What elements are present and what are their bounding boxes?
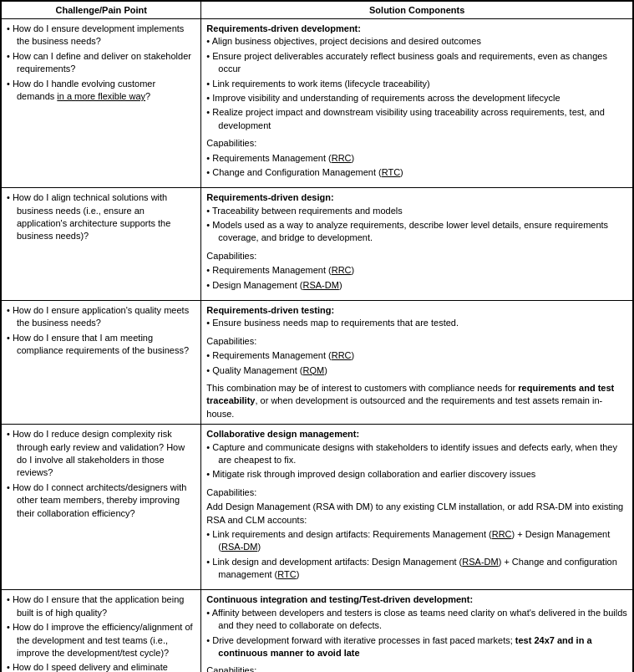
solution-title: Requirements-driven design: (206, 191, 627, 204)
solution-item: Align business objectives, project decis… (206, 35, 627, 48)
challenge-item: How do I speed delivery and eliminate te… (7, 661, 195, 672)
solution-title: Requirements-driven testing: (206, 304, 627, 317)
challenge-cell: How do I ensure development implements t… (2, 19, 201, 188)
main-table-wrapper: Challenge/Pain Point Solution Components… (0, 0, 634, 672)
challenge-item: How do I reduce design complexity risk t… (7, 428, 195, 480)
capabilities-label: Capabilities: (206, 250, 627, 262)
solution-cell: Requirements-driven development:Align bu… (201, 19, 633, 188)
capability-item: Design Management (RSA-DM) (206, 279, 627, 292)
solution-list: Affinity between developers and testers … (206, 607, 627, 660)
challenge-item: How do I align technical solutions with … (7, 191, 195, 243)
solution-item: Improve visibility and understanding of … (206, 92, 627, 104)
capabilities-intro: Add Design Management (RSA with DM) to a… (206, 501, 627, 527)
capability-item: Requirements Management (RRC) (206, 264, 627, 277)
capabilities-label: Capabilities: (206, 664, 627, 672)
solution-item: Capture and communicate designs with sta… (206, 441, 627, 467)
challenge-list: How do I ensure development implements t… (7, 23, 195, 103)
solution-list: Ensure business needs map to requirement… (206, 317, 627, 329)
solution-item: Link requirements to work items (lifecyc… (206, 78, 627, 90)
table-row: How do I align technical solutions with … (2, 188, 633, 301)
solution-cell: Requirements-driven design:Traceability … (201, 188, 633, 301)
solution-list: Align business objectives, project decis… (206, 35, 627, 132)
capabilities-label: Capabilities: (206, 486, 627, 499)
solution-note: This combination may be of interest to c… (206, 382, 627, 420)
capabilities-list: Requirements Management (RRC)Design Mana… (206, 264, 627, 292)
solution-title: Requirements-driven development: (206, 23, 627, 35)
challenge-item: How do I ensure development implements t… (7, 23, 195, 48)
capability-item: Link requirements and design artifacts: … (206, 528, 627, 554)
capability-item: Requirements Management (RRC) (206, 152, 627, 165)
capabilities-label: Capabilities: (206, 335, 627, 348)
content-table: Challenge/Pain Point Solution Components… (1, 1, 633, 672)
table-row: How do I ensure development implements t… (2, 19, 633, 188)
challenge-list: How do I ensure application's quality me… (7, 304, 195, 358)
capabilities-list: Requirements Management (RRC)Quality Man… (206, 349, 627, 377)
solution-cell: Collaborative design management:Capture … (201, 425, 633, 590)
solution-header: Solution Components (201, 2, 633, 19)
solution-list: Capture and communicate designs with sta… (206, 441, 627, 481)
solution-cell: Continuous integration and testing/Test-… (201, 590, 633, 672)
solution-title: Collaborative design management: (206, 428, 627, 440)
solution-cell: Requirements-driven testing:Ensure busin… (201, 301, 633, 425)
table-row: How do I reduce design complexity risk t… (2, 425, 633, 590)
challenge-cell: How do I ensure application's quality me… (2, 301, 201, 425)
challenge-cell: How do I ensure that the application bei… (2, 590, 201, 672)
challenge-item: How do I improve the efficiency/alignmen… (7, 621, 195, 659)
solution-item: Traceability between requirements and mo… (206, 205, 627, 217)
solution-list: Traceability between requirements and mo… (206, 205, 627, 245)
challenge-item: How do I handle evolving customer demand… (7, 78, 195, 104)
solution-item: Ensure project deliverables accurately r… (206, 50, 627, 76)
capability-item: Requirements Management (RRC) (206, 349, 627, 362)
capabilities-list: Link requirements and design artifacts: … (206, 528, 627, 582)
solution-item: Ensure business needs map to requirement… (206, 317, 627, 329)
solution-item: Models used as a way to analyze requirem… (206, 219, 627, 245)
table-row: How do I ensure that the application bei… (2, 590, 633, 672)
challenge-item: How do I connect architects/designers wi… (7, 481, 195, 520)
solution-item: Drive development forward with iterative… (206, 634, 627, 660)
capabilities-list: Requirements Management (RRC)Change and … (206, 152, 627, 180)
solution-title: Continuous integration and testing/Test-… (206, 593, 627, 606)
capability-item: Quality Management (RQM) (206, 364, 627, 377)
challenge-cell: How do I align technical solutions with … (2, 188, 201, 301)
challenge-list: How do I ensure that the application bei… (7, 593, 195, 672)
solution-item: Mitigate risk through improved design co… (206, 468, 627, 481)
challenge-item: How can I define and deliver on stakehol… (7, 50, 195, 76)
solution-item: Affinity between developers and testers … (206, 607, 627, 633)
table-row: How do I ensure application's quality me… (2, 301, 633, 425)
capabilities-label: Capabilities: (206, 137, 627, 150)
challenge-item: How do I ensure that I am meeting compli… (7, 332, 195, 358)
challenge-header: Challenge/Pain Point (2, 2, 201, 19)
challenge-item: How do I ensure that the application bei… (7, 593, 195, 619)
challenge-cell: How do I reduce design complexity risk t… (2, 425, 201, 590)
capability-item: Change and Configuration Management (RTC… (206, 166, 627, 179)
solution-item: Realize project impact and downstream vi… (206, 106, 627, 132)
challenge-list: How do I align technical solutions with … (7, 191, 195, 243)
table-header-row: Challenge/Pain Point Solution Components (2, 2, 633, 19)
challenge-list: How do I reduce design complexity risk t… (7, 428, 195, 520)
challenge-item: How do I ensure application's quality me… (7, 304, 195, 330)
capability-item: Link design and development artifacts: D… (206, 556, 627, 582)
